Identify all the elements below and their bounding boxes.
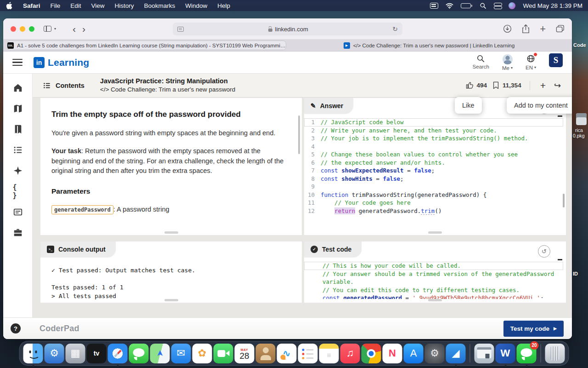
desktop-label[interactable]: ID: [573, 271, 578, 276]
downloads-icon[interactable]: [503, 24, 512, 33]
scrollbar-thumb[interactable]: [563, 194, 565, 207]
contents-toggle[interactable]: Contents: [43, 81, 85, 90]
battery-icon[interactable]: [461, 3, 472, 8]
resize-handle[interactable]: [428, 231, 442, 234]
desktop-label[interactable]: Code: [573, 42, 586, 48]
spotlight-icon[interactable]: [480, 2, 486, 9]
menu-item-view[interactable]: View: [91, 2, 105, 9]
library-icon[interactable]: [13, 124, 23, 134]
lock-icon: [268, 29, 272, 32]
menu-item-history[interactable]: History: [115, 2, 134, 9]
siri-icon[interactable]: [509, 2, 515, 9]
list-icon[interactable]: [13, 145, 23, 155]
menubar-app-name[interactable]: Safari: [23, 2, 40, 9]
dock-apple-tv[interactable]: tv: [87, 344, 107, 363]
back-button[interactable]: ‹: [68, 24, 80, 34]
hamburger-menu-icon[interactable]: [12, 59, 23, 66]
dock-facetime[interactable]: [214, 344, 233, 363]
dock-vs-code[interactable]: ◢: [446, 344, 466, 363]
help-button[interactable]: ?: [11, 323, 21, 334]
home-icon[interactable]: [13, 83, 23, 93]
certificate-icon[interactable]: [13, 207, 23, 217]
page-settings-icon[interactable]: [177, 27, 184, 32]
minimize-button[interactable]: [20, 26, 25, 32]
resize-handle[interactable]: [428, 299, 442, 301]
scrollbar-thumb[interactable]: [298, 115, 300, 154]
tab-linkedin-learning[interactable]: ▶ </> Code Challenge: Trim a user's new …: [290, 40, 568, 51]
dock-trash[interactable]: [545, 344, 565, 363]
dock-freeform[interactable]: ∿: [277, 344, 297, 363]
dock-word[interactable]: W: [496, 344, 515, 363]
sidebar-toggle[interactable]: ▾: [44, 26, 56, 32]
address-bar[interactable]: linkedin.com ↻: [173, 23, 402, 35]
briefcase-icon[interactable]: [13, 228, 23, 238]
keyboard-icon[interactable]: [430, 3, 438, 9]
resize-handle[interactable]: [164, 299, 178, 301]
task-paragraph: Your task: Return the password with the …: [51, 146, 288, 176]
dock-server-utility[interactable]: ⚙: [45, 344, 64, 363]
me-menu[interactable]: Me▾: [502, 54, 513, 71]
control-center-icon[interactable]: [494, 3, 501, 8]
share-icon[interactable]: [522, 24, 530, 34]
answer-code-editor[interactable]: 1// JavaScript code below2// Write your …: [304, 118, 563, 235]
language-menu[interactable]: EN▾: [526, 54, 536, 70]
dock-music[interactable]: ♫: [340, 344, 360, 363]
linkedin-learning-logo[interactable]: in Learning: [34, 57, 89, 68]
menu-item-file[interactable]: File: [51, 2, 61, 9]
zoom-button[interactable]: [29, 26, 34, 32]
dock-minimized-window[interactable]: [475, 344, 494, 363]
like-button[interactable]: 494: [466, 81, 487, 89]
linkedin-learning-header: in Learning Search Me▾ EN▾ S: [3, 52, 572, 74]
dock-news[interactable]: N: [383, 344, 402, 363]
minimize-icon[interactable]: [558, 259, 562, 260]
bookmark-button[interactable]: 11,354: [492, 81, 521, 89]
dock-launchpad[interactable]: ▦: [66, 344, 85, 363]
test-my-code-button[interactable]: Test my code ▶: [503, 321, 564, 337]
desktop-label[interactable]: 0.pkg: [573, 133, 585, 138]
reload-icon[interactable]: ↻: [392, 25, 398, 33]
tab-d2l-assignment[interactable]: D2L A1 - solve 5 code challenges from Li…: [7, 40, 286, 50]
map-explore-icon[interactable]: [13, 104, 23, 114]
dock-whatsapp[interactable]: 20: [517, 344, 537, 363]
dock-reminders[interactable]: [298, 344, 318, 363]
share-forward-icon[interactable]: ↪: [553, 80, 562, 91]
code-braces-icon[interactable]: { }: [13, 186, 23, 196]
new-tab-icon[interactable]: +: [540, 23, 546, 35]
add-to-content-button[interactable]: +: [538, 80, 548, 91]
tab-overview-icon[interactable]: [556, 25, 565, 33]
sheridan-org-logo[interactable]: S: [549, 53, 563, 67]
test-code-editor[interactable]: // This is how your code will be called.…: [304, 262, 563, 303]
minimize-icon[interactable]: [558, 115, 562, 117]
resize-handle[interactable]: [164, 231, 178, 234]
menu-item-help[interactable]: Help: [217, 2, 230, 9]
menu-item-edit[interactable]: Edit: [70, 2, 81, 9]
dock-app-store[interactable]: A: [404, 344, 424, 363]
desktop-label[interactable]: rica: [575, 127, 583, 133]
chevron-down-icon[interactable]: ▾: [54, 27, 56, 31]
dock-safari[interactable]: [108, 344, 128, 363]
menu-item-bookmarks[interactable]: Bookmarks: [144, 2, 175, 9]
reset-code-button[interactable]: ↺: [538, 245, 550, 258]
dock-contacts[interactable]: [256, 344, 276, 363]
menubar-clock[interactable]: Wed May 28 1:39 PM: [523, 2, 582, 9]
forward-button[interactable]: ›: [80, 24, 90, 34]
dock-system-settings[interactable]: ⚙: [425, 344, 445, 363]
dock-chrome[interactable]: [362, 344, 381, 363]
line-number: 11: [304, 199, 321, 207]
dock-calendar[interactable]: MAY28: [235, 344, 254, 363]
menu-item-window[interactable]: Window: [185, 2, 207, 9]
dock-maps[interactable]: ➤: [150, 344, 170, 363]
dock-mail[interactable]: ✉: [171, 344, 191, 363]
sparkle-icon[interactable]: [13, 166, 23, 176]
dock-messages[interactable]: [129, 344, 149, 363]
dock-finder[interactable]: [23, 344, 43, 363]
wifi-icon[interactable]: [446, 3, 453, 9]
close-button[interactable]: [11, 26, 16, 32]
apple-menu-icon[interactable]: [6, 2, 13, 9]
content-toolbar: Contents JavaScript Practice: String Man…: [33, 74, 572, 98]
url-text[interactable]: linkedin.com: [275, 26, 308, 33]
dock-photos[interactable]: ✿: [192, 344, 212, 363]
dock-notes[interactable]: ≡: [319, 344, 339, 363]
search-button[interactable]: Search: [473, 54, 489, 69]
desktop-file-icon[interactable]: [576, 113, 587, 125]
